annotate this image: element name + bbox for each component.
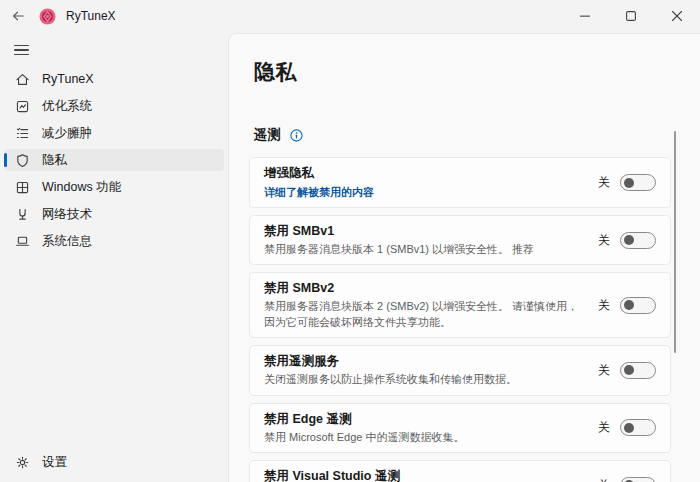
toggle-area: 关	[598, 362, 656, 379]
sidebar-nav-list: RyTuneX优化系统减少臃肿隐私Windows 功能网络技术系统信息	[0, 68, 228, 252]
sidebar-item-home[interactable]: RyTuneX	[4, 68, 224, 90]
gear-icon	[14, 454, 30, 470]
setting-card: 禁用遥测服务关闭遥测服务以防止操作系统收集和传输使用数据。关	[249, 345, 671, 395]
setting-title: 禁用 SMBv2	[264, 280, 588, 297]
toggle-state-label: 关	[598, 297, 610, 314]
setting-title: 禁用 Visual Studio 遥测	[264, 468, 588, 482]
setting-card-text: 增强隐私详细了解被禁用的内容	[264, 165, 598, 200]
toggle-area: 关	[598, 477, 656, 482]
page-title: 隐私	[254, 58, 700, 86]
sidebar-item-label: 隐私	[42, 152, 67, 169]
toggle-area: 关	[598, 297, 656, 314]
toggle-switch[interactable]	[620, 362, 656, 379]
setting-card: 禁用 SMBv1禁用服务器消息块版本 1 (SMBv1) 以增强安全性。 推荐关	[249, 215, 671, 265]
setting-title: 禁用 SMBv1	[264, 223, 588, 240]
toggle-knob	[624, 235, 634, 245]
content-panel: 隐私 遥测 增强隐私详细了解被禁用的内容关禁用 SMBv1禁用服务器消息块版本 …	[228, 33, 700, 482]
maximize-button[interactable]	[608, 0, 654, 32]
hamburger-menu-button[interactable]	[10, 38, 38, 62]
toggle-state-label: 关	[598, 362, 610, 379]
laptop-icon	[14, 233, 30, 249]
setting-card-text: 禁用 SMBv1禁用服务器消息块版本 1 (SMBv1) 以增强安全性。 推荐	[264, 223, 598, 257]
debloat-list-icon	[14, 125, 30, 141]
setting-title: 禁用遥测服务	[264, 353, 588, 370]
setting-description: 禁用 Microsoft Edge 中的遥测数据收集。	[264, 430, 588, 445]
shield-icon	[14, 152, 30, 168]
sidebar-item-label: 优化系统	[42, 98, 92, 115]
sidebar-item-network[interactable]: 网络技术	[4, 203, 224, 225]
settings-card-list: 增强隐私详细了解被禁用的内容关禁用 SMBv1禁用服务器消息块版本 1 (SMB…	[249, 157, 671, 482]
info-icon[interactable]	[290, 129, 303, 142]
sidebar-item-debloat[interactable]: 减少臃肿	[4, 122, 224, 144]
toggle-switch[interactable]	[620, 477, 656, 482]
toggle-switch[interactable]	[620, 232, 656, 249]
minimize-icon	[577, 8, 593, 24]
telemetry-section-header: 遥测	[254, 126, 700, 144]
sidebar-item-label: 系统信息	[42, 233, 92, 250]
toggle-knob	[624, 178, 634, 188]
home-icon	[14, 71, 30, 87]
setting-card: 增强隐私详细了解被禁用的内容关	[249, 157, 671, 208]
back-arrow-icon	[11, 9, 25, 23]
setting-description: 禁用服务器消息块版本 2 (SMBv2) 以增强安全性。 请谨慎使用，因为它可能…	[264, 299, 588, 330]
setting-card: 禁用 Visual Studio 遥测禁用 Visual Studio 中的遥测…	[249, 460, 671, 482]
setting-description: 禁用服务器消息块版本 1 (SMBv1) 以增强安全性。 推荐	[264, 242, 588, 257]
toggle-switch[interactable]	[620, 419, 656, 436]
setting-card-text: 禁用遥测服务关闭遥测服务以防止操作系统收集和传输使用数据。	[264, 353, 598, 387]
toggle-knob	[624, 365, 634, 375]
sidebar-item-system-info[interactable]: 系统信息	[4, 230, 224, 252]
back-button[interactable]	[4, 4, 32, 28]
sidebar-item-label: 减少臃肿	[42, 125, 92, 142]
app-logo-icon	[39, 8, 56, 25]
sidebar-item-label: Windows 功能	[42, 179, 121, 196]
minimize-button[interactable]	[562, 0, 608, 32]
setting-title: 禁用 Edge 遥测	[264, 411, 588, 428]
setting-title: 增强隐私	[264, 165, 588, 182]
app-title: RyTuneX	[66, 9, 116, 23]
toggle-state-label: 关	[598, 419, 610, 436]
toggle-knob	[624, 423, 634, 433]
titlebar: RyTuneX	[0, 0, 700, 32]
setting-card: 禁用 Edge 遥测禁用 Microsoft Edge 中的遥测数据收集。关	[249, 403, 671, 453]
sidebar-item-settings[interactable]: 设置	[4, 450, 224, 474]
toggle-state-label: 关	[598, 232, 610, 249]
scrollbar-thumb[interactable]	[674, 131, 676, 353]
toggle-area: 关	[598, 174, 656, 191]
sidebar-item-optimize-system[interactable]: 优化系统	[4, 95, 224, 117]
window-controls	[562, 0, 700, 32]
optimize-icon	[14, 98, 30, 114]
features-grid-icon	[14, 179, 30, 195]
close-icon	[669, 8, 685, 24]
maximize-icon	[623, 8, 639, 24]
section-label: 遥测	[254, 126, 281, 144]
sidebar-item-label: 网络技术	[42, 206, 92, 223]
toggle-state-label: 关	[598, 174, 610, 191]
setting-card: 禁用 SMBv2禁用服务器消息块版本 2 (SMBv2) 以增强安全性。 请谨慎…	[249, 272, 671, 338]
toggle-switch[interactable]	[620, 174, 656, 191]
setting-description: 关闭遥测服务以防止操作系统收集和传输使用数据。	[264, 372, 588, 387]
sidebar-item-privacy[interactable]: 隐私	[4, 149, 224, 171]
learn-more-link[interactable]: 详细了解被禁用的内容	[264, 185, 374, 200]
sidebar: RyTuneX优化系统减少臃肿隐私Windows 功能网络技术系统信息 设置	[0, 32, 228, 482]
toggle-area: 关	[598, 232, 656, 249]
sidebar-item-label: RyTuneX	[42, 72, 94, 86]
toggle-switch[interactable]	[620, 297, 656, 314]
sidebar-item-label: 设置	[42, 454, 67, 471]
close-button[interactable]	[654, 0, 700, 32]
toggle-state-label: 关	[598, 477, 610, 482]
toggle-knob	[624, 300, 634, 310]
sidebar-item-windows-features[interactable]: Windows 功能	[4, 176, 224, 198]
selection-indicator	[4, 153, 7, 167]
setting-card-text: 禁用 Edge 遥测禁用 Microsoft Edge 中的遥测数据收集。	[264, 411, 598, 445]
toggle-area: 关	[598, 419, 656, 436]
setting-card-text: 禁用 Visual Studio 遥测禁用 Visual Studio 中的遥测…	[264, 468, 598, 482]
setting-card-text: 禁用 SMBv2禁用服务器消息块版本 2 (SMBv2) 以增强安全性。 请谨慎…	[264, 280, 598, 330]
network-icon	[14, 206, 30, 222]
